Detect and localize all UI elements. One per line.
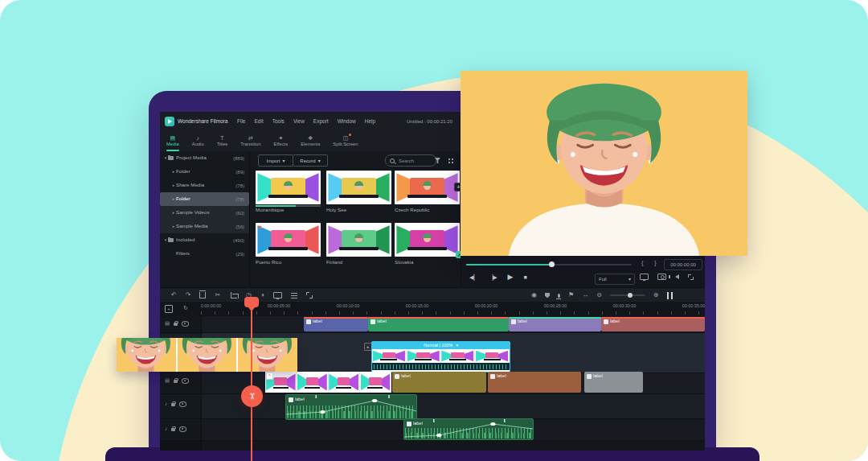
record-button[interactable]: Record▾: [293, 154, 328, 167]
menu-item-edit[interactable]: Edit: [254, 119, 263, 125]
cycle-tracks-icon[interactable]: ↻: [183, 305, 188, 313]
sidebar-item-sample-videos[interactable]: ▸Sample Videos(60): [160, 206, 249, 220]
tab-transition[interactable]: ⇄Transition: [237, 131, 264, 151]
marker-icon[interactable]: ⚑: [568, 292, 574, 298]
ripple-edit-icon[interactable]: ↔: [582, 292, 588, 298]
mark-out-button[interactable]: }: [654, 260, 657, 266]
download-badge-icon[interactable]: [387, 172, 390, 179]
track-header-video1[interactable]: ▤: [165, 321, 189, 327]
search-input[interactable]: [397, 158, 429, 164]
grid-view-icon[interactable]: [448, 158, 450, 160]
timeline-zoom-handle[interactable]: [628, 293, 633, 298]
sidebar-item-filters[interactable]: Filters(29): [160, 247, 249, 261]
favorite-outline-badge-icon[interactable]: [329, 224, 334, 231]
fit-timeline-icon[interactable]: [306, 292, 313, 298]
media-item[interactable]: Mozambique: [256, 171, 321, 212]
pip-clip[interactable]: Normal | 100%▾: [371, 341, 510, 373]
fullscreen-icon[interactable]: [688, 274, 694, 280]
playhead-line[interactable]: [251, 306, 252, 461]
display-device-icon[interactable]: [640, 274, 649, 280]
timeline-clip[interactable]: label: [392, 372, 486, 393]
crop-icon[interactable]: [231, 292, 237, 298]
menu-item-view[interactable]: View: [293, 119, 305, 125]
mark-in-button[interactable]: {: [641, 260, 644, 266]
snapshot-icon[interactable]: [657, 274, 666, 280]
timeline-clip[interactable]: label: [584, 372, 643, 393]
audio-clip[interactable]: label: [403, 418, 534, 440]
sidebar-item-included[interactable]: ▾Included(490): [160, 233, 249, 247]
media-item[interactable]: Holy See: [326, 171, 391, 212]
visibility-icon[interactable]: [182, 321, 189, 327]
split-scissors-icon[interactable]: ✂: [215, 292, 220, 298]
collapse-icon[interactable]: ^: [266, 373, 273, 380]
undo-icon[interactable]: ↶: [171, 292, 177, 298]
stop-button[interactable]: ■: [523, 274, 526, 280]
timeline-zoom-slider[interactable]: [610, 294, 645, 296]
screen-record-icon[interactable]: [273, 292, 282, 298]
media-thumbnail[interactable]: [326, 171, 391, 204]
menu-item-file[interactable]: File: [237, 119, 245, 125]
sidebar-item-sample-media[interactable]: ▸Sample Media(56): [160, 220, 249, 233]
media-thumbnail[interactable]: [395, 171, 460, 204]
split-clip-button[interactable]: ✂: [241, 385, 263, 407]
pip-clip-header[interactable]: Normal | 100%▾: [372, 342, 510, 349]
lock-icon[interactable]: [171, 403, 175, 406]
timeline-clip[interactable]: label: [304, 317, 368, 331]
media-item[interactable]: Finland: [326, 223, 391, 265]
color-icon[interactable]: ◑: [260, 292, 264, 298]
render-preview-icon[interactable]: [545, 293, 550, 298]
tab-effects[interactable]: ✦Effects: [271, 131, 292, 151]
import-button[interactable]: Import▾: [258, 154, 293, 167]
liked-badge-icon[interactable]: [258, 224, 262, 231]
track-height-icon[interactable]: [667, 292, 673, 299]
visibility-icon[interactable]: [182, 378, 189, 384]
mute-icon[interactable]: [179, 426, 186, 432]
track-header-audio1[interactable]: ♪: [165, 401, 186, 407]
next-frame-button[interactable]: ▕▶: [489, 274, 497, 280]
zoom-out-icon[interactable]: ⊖: [596, 292, 602, 298]
play-button[interactable]: ▶: [508, 274, 514, 281]
seek-handle[interactable]: [549, 261, 555, 267]
tab-elements[interactable]: ❖Elements: [297, 131, 323, 151]
lock-icon[interactable]: [171, 428, 175, 431]
ruler-scale[interactable]: 00:00:00:0000:00:05:0000:00:10:0000:00:1…: [201, 302, 705, 316]
manage-tracks-icon[interactable]: +: [165, 305, 173, 313]
menu-item-window[interactable]: Window: [338, 119, 356, 125]
media-thumbnail[interactable]: [395, 223, 460, 257]
volume-icon[interactable]: [675, 274, 679, 279]
timeline-clip[interactable]: label: [601, 317, 705, 331]
media-thumbnail[interactable]: [256, 171, 321, 204]
track-header-audio2[interactable]: ♪: [165, 426, 186, 432]
adjust-icon[interactable]: [291, 293, 297, 298]
menu-item-tools[interactable]: Tools: [272, 119, 285, 125]
record-voiceover-icon[interactable]: ◉: [531, 292, 537, 298]
media-thumbnail[interactable]: [256, 223, 321, 257]
lock-icon[interactable]: [174, 323, 178, 326]
tab-split-screen[interactable]: ◫Split Screen: [330, 131, 361, 151]
track-header-video3[interactable]: ▤: [165, 378, 189, 384]
tab-audio[interactable]: ♪Audio: [189, 131, 207, 151]
timeline-clip[interactable]: label: [488, 372, 581, 393]
previous-frame-button[interactable]: ◀▏: [469, 274, 478, 280]
redo-icon[interactable]: ↷: [186, 292, 191, 298]
media-item[interactable]: Puerto Rico: [256, 223, 321, 265]
selected-filmstrip-clip[interactable]: [117, 338, 297, 372]
media-item[interactable]: Slovakia: [395, 223, 460, 265]
mute-icon[interactable]: [179, 401, 186, 407]
preview-zoom-select[interactable]: Full▾: [595, 274, 635, 285]
sidebar-item-folder[interactable]: ▸Folder(78): [160, 192, 249, 206]
menu-item-help[interactable]: Help: [365, 119, 375, 125]
sidebar-item-project-media[interactable]: ▾Project Media(889): [160, 151, 249, 165]
sidebar-item-folder[interactable]: ▸Folder(89): [160, 165, 249, 179]
timeline-clip[interactable]: label: [368, 317, 509, 331]
media-thumbnail[interactable]: [326, 223, 391, 257]
microphone-icon[interactable]: [558, 294, 560, 298]
tab-titles[interactable]: TTitles: [214, 131, 231, 151]
delete-icon[interactable]: [199, 292, 206, 298]
menu-item-export[interactable]: Export: [313, 119, 329, 125]
tab-media[interactable]: ▤Media: [163, 131, 182, 151]
audio-clip[interactable]: label: [285, 394, 417, 420]
video-clip-frames-strip[interactable]: ^: [265, 372, 391, 393]
timeline-clip[interactable]: label: [509, 317, 601, 331]
sidebar-item-share-media[interactable]: ▸Share Media(78): [160, 179, 249, 192]
